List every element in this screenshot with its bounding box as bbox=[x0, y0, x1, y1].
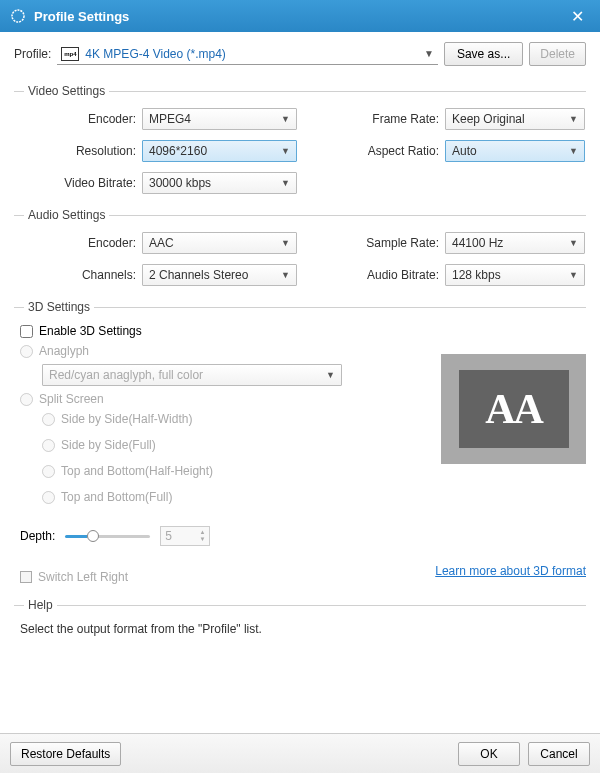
sbs-half-radio bbox=[42, 413, 55, 426]
3d-section-title: 3D Settings bbox=[24, 300, 94, 314]
learn-3d-link[interactable]: Learn more about 3D format bbox=[435, 564, 586, 578]
chevron-down-icon: ▼ bbox=[569, 114, 578, 124]
audio-encoder-label: Encoder: bbox=[14, 236, 142, 250]
resolution-label: Resolution: bbox=[14, 144, 142, 158]
audio-section-title: Audio Settings bbox=[24, 208, 109, 222]
profile-row: Profile: mp4 4K MPEG-4 Video (*.mp4) ▼ S… bbox=[14, 42, 586, 66]
enable-3d-checkbox[interactable] bbox=[20, 325, 33, 338]
profile-select[interactable]: mp4 4K MPEG-4 Video (*.mp4) ▼ bbox=[57, 44, 438, 65]
aspect-select[interactable]: Auto▼ bbox=[445, 140, 585, 162]
tb-half-radio bbox=[42, 465, 55, 478]
app-icon bbox=[10, 8, 26, 24]
enable-3d-label: Enable 3D Settings bbox=[39, 324, 142, 338]
split-row: Split Screen bbox=[20, 392, 421, 406]
restore-defaults-button[interactable]: Restore Defaults bbox=[10, 742, 121, 766]
switch-lr-label: Switch Left Right bbox=[38, 570, 128, 584]
samplerate-select[interactable]: 44100 Hz▼ bbox=[445, 232, 585, 254]
close-icon[interactable]: ✕ bbox=[565, 5, 590, 28]
help-section-title: Help bbox=[24, 598, 57, 612]
depth-label: Depth: bbox=[20, 529, 55, 543]
chevron-down-icon: ▼ bbox=[281, 270, 290, 280]
sbs-half-label: Side by Side(Half-Width) bbox=[61, 412, 192, 426]
chevron-down-icon: ▼ bbox=[281, 178, 290, 188]
chevron-down-icon: ▼ bbox=[569, 146, 578, 156]
tb-full-label: Top and Bottom(Full) bbox=[61, 490, 172, 504]
chevron-down-icon: ▼ bbox=[281, 114, 290, 124]
profile-label: Profile: bbox=[14, 47, 51, 61]
video-section-title: Video Settings bbox=[24, 84, 109, 98]
enable-3d-row: Enable 3D Settings bbox=[20, 324, 586, 338]
chevron-down-icon: ▼ bbox=[199, 536, 205, 543]
channels-label: Channels: bbox=[14, 268, 142, 282]
switch-lr-row: Switch Left Right bbox=[20, 570, 128, 584]
video-encoder-select[interactable]: MPEG4▼ bbox=[142, 108, 297, 130]
switch-lr-checkbox bbox=[20, 571, 32, 583]
video-bitrate-select[interactable]: 30000 kbps▼ bbox=[142, 172, 297, 194]
chevron-down-icon: ▼ bbox=[281, 238, 290, 248]
chevron-down-icon: ▼ bbox=[326, 370, 335, 380]
depth-spinner: 5 ▲▼ bbox=[160, 526, 210, 546]
anaglyph-label: Anaglyph bbox=[39, 344, 89, 358]
chevron-up-icon: ▲ bbox=[199, 529, 205, 536]
tb-half-label: Top and Bottom(Half-Height) bbox=[61, 464, 213, 478]
chevron-down-icon: ▼ bbox=[281, 146, 290, 156]
split-label: Split Screen bbox=[39, 392, 104, 406]
3d-preview-text: AA bbox=[459, 370, 569, 448]
3d-settings-section: 3D Settings Enable 3D Settings Anaglyph … bbox=[14, 300, 586, 584]
video-settings-section: Video Settings Encoder: MPEG4▼ Frame Rat… bbox=[14, 84, 586, 194]
audio-bitrate-select[interactable]: 128 kbps▼ bbox=[445, 264, 585, 286]
samplerate-label: Sample Rate: bbox=[337, 236, 445, 250]
anaglyph-radio bbox=[20, 345, 33, 358]
channels-select[interactable]: 2 Channels Stereo▼ bbox=[142, 264, 297, 286]
chevron-down-icon: ▼ bbox=[569, 238, 578, 248]
cancel-button[interactable]: Cancel bbox=[528, 742, 590, 766]
framerate-select[interactable]: Keep Original▼ bbox=[445, 108, 585, 130]
framerate-label: Frame Rate: bbox=[337, 112, 445, 126]
svg-point-0 bbox=[12, 10, 24, 22]
delete-button: Delete bbox=[529, 42, 586, 66]
window-title: Profile Settings bbox=[34, 9, 565, 24]
split-radio bbox=[20, 393, 33, 406]
depth-row: Depth: 5 ▲▼ bbox=[20, 526, 586, 546]
sbs-full-radio bbox=[42, 439, 55, 452]
depth-slider[interactable] bbox=[65, 529, 150, 543]
audio-bitrate-label: Audio Bitrate: bbox=[337, 268, 445, 282]
3d-preview: AA bbox=[441, 354, 586, 464]
anaglyph-row: Anaglyph bbox=[20, 344, 421, 358]
audio-encoder-select[interactable]: AAC▼ bbox=[142, 232, 297, 254]
titlebar: Profile Settings ✕ bbox=[0, 0, 600, 32]
profile-value: 4K MPEG-4 Video (*.mp4) bbox=[85, 47, 226, 61]
mp4-icon: mp4 bbox=[61, 47, 79, 61]
video-bitrate-label: Video Bitrate: bbox=[14, 176, 142, 190]
encoder-label: Encoder: bbox=[14, 112, 142, 126]
chevron-down-icon: ▼ bbox=[569, 270, 578, 280]
aspect-label: Aspect Ratio: bbox=[337, 144, 445, 158]
save-as-button[interactable]: Save as... bbox=[444, 42, 523, 66]
sbs-full-label: Side by Side(Full) bbox=[61, 438, 156, 452]
footer: Restore Defaults OK Cancel bbox=[0, 733, 600, 773]
anaglyph-select: Red/cyan anaglyph, full color▼ bbox=[42, 364, 342, 386]
audio-settings-section: Audio Settings Encoder: AAC▼ Sample Rate… bbox=[14, 208, 586, 286]
chevron-down-icon: ▼ bbox=[424, 48, 434, 59]
resolution-select[interactable]: 4096*2160▼ bbox=[142, 140, 297, 162]
ok-button[interactable]: OK bbox=[458, 742, 520, 766]
help-section: Help Select the output format from the "… bbox=[14, 598, 586, 636]
tb-full-radio bbox=[42, 491, 55, 504]
help-text: Select the output format from the "Profi… bbox=[14, 622, 586, 636]
